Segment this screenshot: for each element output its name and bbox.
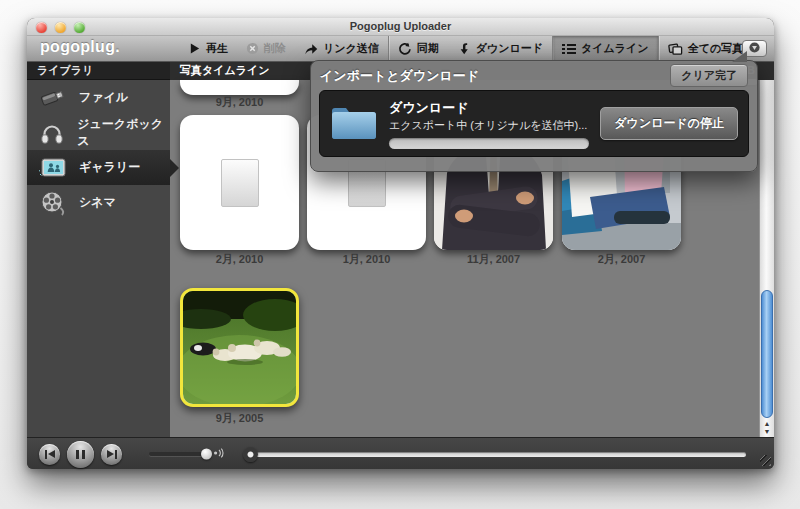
sidebar-item-label: シネマ (79, 194, 116, 211)
transfers-popover: インポートとダウンロード クリア完了 ダウンロード エクスポート中 (オリジナル… (310, 60, 758, 172)
sidebar-item-label: ジュークボックス (77, 116, 170, 150)
sync-label: 同期 (417, 41, 439, 56)
send-link-button[interactable]: リンク送信 (295, 36, 388, 61)
sidebar-header: ライブラリ (27, 62, 170, 80)
sidebar-item-jukebox[interactable]: ジュークボックス (27, 115, 170, 150)
download-progress-bar (389, 138, 589, 149)
volume-slider[interactable] (149, 452, 207, 456)
thumbnail-photo-sheep-selected[interactable] (180, 288, 299, 407)
pogoplug-logo: pogoplug. (40, 38, 120, 56)
stop-download-button[interactable]: ダウンロードの停止 (600, 107, 738, 140)
title-bar: Pogoplug Uploader (27, 18, 774, 36)
timeline-label: タイムライン (581, 41, 649, 56)
thumbnail-clipped[interactable] (180, 80, 299, 95)
thumbnail-placeholder[interactable] (180, 115, 299, 250)
photo-sheep-field (183, 291, 296, 404)
sidebar: ライブラリ ファイル ジュークボックス ギャラリー (27, 62, 170, 437)
vertical-scrollbar[interactable]: ▲▼ (759, 80, 774, 437)
previous-button[interactable] (39, 444, 60, 465)
task-status: エクスポート中 (オリジナルを送信中)... (389, 118, 589, 133)
usb-drive-icon (37, 84, 69, 111)
previous-icon (45, 450, 47, 459)
thumbnail-date: 9月, 2005 (180, 411, 299, 426)
minimize-button[interactable] (55, 22, 66, 33)
pause-button[interactable] (67, 441, 94, 468)
send-link-label: リンク送信 (323, 41, 379, 56)
send-link-icon (304, 42, 318, 56)
next-icon (107, 450, 114, 458)
next-button[interactable] (101, 444, 122, 465)
toolbar: pogoplug. 再生 削除 リンク送信 同期 ダウンロード (27, 36, 774, 62)
delete-icon (246, 42, 259, 55)
headphones-icon (37, 119, 67, 146)
download-task-info: ダウンロード エクスポート中 (オリジナルを送信中)... (389, 99, 589, 149)
window-title: Pogoplug Uploader (27, 18, 774, 35)
delete-button[interactable]: 削除 (237, 36, 295, 61)
timeline-scrubber[interactable] (243, 438, 746, 470)
timeline-view-button[interactable]: タイムライン (553, 36, 658, 61)
folder-icon (330, 102, 378, 146)
gallery-tv-icon (37, 154, 69, 181)
download-task-row: ダウンロード エクスポート中 (オリジナルを送信中)... ダウンロードの停止 (319, 90, 749, 157)
sidebar-item-label: ファイル (79, 89, 128, 106)
delete-label: 削除 (264, 41, 286, 56)
transport-controls (39, 438, 122, 470)
thumbnail-date: 2月, 2007 (562, 252, 681, 267)
task-name: ダウンロード (389, 99, 589, 117)
thumbnail-date: 2月, 2010 (180, 252, 299, 267)
transfer-status-icon (748, 40, 761, 58)
app-window: Pogoplug Uploader pogoplug. 再生 削除 リンク送信 … (27, 18, 774, 469)
film-reel-icon (37, 189, 69, 216)
sidebar-item-files[interactable]: ファイル (27, 80, 170, 115)
all-photos-icon (668, 42, 683, 56)
placeholder-doc-icon (221, 159, 259, 207)
download-icon (457, 42, 471, 56)
play-icon (188, 42, 201, 55)
sidebar-item-cinema[interactable]: シネマ (27, 185, 170, 220)
playback-bar (27, 437, 774, 469)
scrubber-track[interactable] (250, 452, 746, 457)
zoom-button[interactable] (74, 22, 85, 33)
sidebar-item-label: ギャラリー (79, 159, 140, 176)
thumbnail-date: 11月, 2007 (434, 252, 553, 267)
volume-knob[interactable] (201, 449, 212, 460)
toolbar-buttons: 再生 削除 リンク送信 同期 ダウンロード タイムライン (179, 36, 752, 61)
clear-completed-button[interactable]: クリア完了 (670, 64, 748, 87)
download-label: ダウンロード (476, 41, 543, 56)
sidebar-item-gallery[interactable]: ギャラリー (27, 150, 170, 185)
play-button[interactable]: 再生 (179, 36, 237, 61)
download-button[interactable]: ダウンロード (448, 36, 552, 61)
popover-header: インポートとダウンロード クリア完了 (311, 61, 757, 90)
close-button[interactable] (36, 22, 47, 33)
popover-title: インポートとダウンロード (320, 67, 479, 85)
volume-control (149, 438, 225, 470)
scrubber-knob[interactable] (243, 447, 258, 462)
thumbnail-date: 9月, 2010 (180, 95, 299, 110)
play-label: 再生 (206, 41, 228, 56)
sync-icon (398, 42, 412, 56)
timeline-icon (562, 42, 576, 56)
thumbnail-date: 1月, 2010 (307, 252, 426, 267)
scrollbar-arrows[interactable]: ▲▼ (760, 420, 774, 436)
window-resize-grip[interactable] (760, 455, 771, 466)
scrollbar-thumb[interactable] (761, 290, 773, 418)
window-controls (36, 22, 85, 33)
timeline-header-title: 写真タイムライン (180, 64, 270, 76)
sync-button[interactable]: 同期 (389, 36, 448, 61)
speaker-icon (213, 445, 225, 463)
pause-icon (76, 450, 79, 459)
